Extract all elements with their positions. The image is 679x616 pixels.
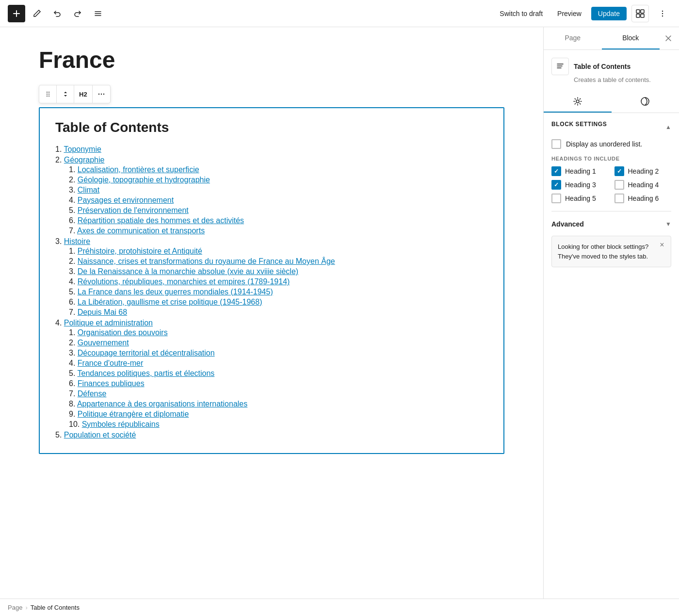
settings-panel-button[interactable] [631,5,649,22]
svg-rect-7 [636,14,640,17]
advanced-title: Advanced [551,220,584,228]
toc-sub-link[interactable]: France d'outre-mer [78,359,144,367]
redo-button[interactable] [69,5,86,22]
headings-section: HEADINGS TO INCLUDE ✓Heading 1✓Heading 2… [551,156,671,203]
block-name: Table of Contents [574,63,630,70]
toc-sub-link[interactable]: Depuis Mai 68 [78,308,127,316]
info-box: × Looking for other block settings? They… [551,236,671,267]
block-type-tag[interactable]: H2 [74,85,93,103]
toc-sub-link[interactable]: Révolutions, républiques, monarchies et … [78,277,290,286]
tab-page[interactable]: Page [544,27,602,49]
toc-link[interactable]: Histoire [64,237,90,245]
toc-sub-link[interactable]: Gouvernement [78,339,129,347]
toc-link[interactable]: Toponymie [64,145,101,153]
toc-sub-link[interactable]: De la Renaissance à la monarchie absolue… [78,267,298,276]
heading-checkbox-3[interactable]: ✓ [551,180,561,190]
preview-button[interactable]: Preview [552,7,586,20]
toc-sub-link[interactable]: La Libération, gaullisme et crise politi… [78,298,262,306]
heading-checkbox-2[interactable]: ✓ [614,166,624,176]
update-button[interactable]: Update [591,7,627,20]
page-title[interactable]: France [39,47,504,73]
toc-sublist: 1. Localisation, frontières et superfici… [55,165,488,235]
svg-point-26 [576,100,579,103]
toc-sub-link[interactable]: Symboles républicains [82,420,160,428]
style-tab-settings[interactable] [544,91,612,113]
svg-rect-6 [641,10,644,13]
info-box-close-button[interactable]: × [657,240,667,250]
toc-sub-link[interactable]: Découpage territorial et décentralisatio… [78,349,215,357]
breadcrumb-page[interactable]: Page [8,604,22,611]
block-toolbar: H2 [39,85,111,103]
toc-link[interactable]: Géographie [64,156,105,164]
main-area: France H2 [0,27,679,599]
heading-label-2: Heading 2 [628,167,659,175]
heading-item: ✓Heading 2 [614,166,672,176]
svg-rect-5 [636,10,640,13]
toc-sub-link[interactable]: La France dans les deux guerres mondiale… [78,288,273,296]
block-settings-header[interactable]: Block settings ▲ [551,121,671,133]
toc-sub-link[interactable]: Naissance, crises et transformations du … [78,257,335,265]
toc-sub-link[interactable]: Finances publiques [78,379,145,388]
svg-point-12 [47,92,48,93]
more-options-button[interactable] [654,5,671,22]
toc-subitem: 4. France d'outre-mer [69,359,488,368]
toc-link[interactable]: Population et société [64,431,136,439]
heading-label-4: Heading 4 [628,181,659,189]
svg-point-9 [662,10,663,11]
toc-sub-link[interactable]: Préhistoire, protohistoire et Antiquité [78,247,202,255]
edit-mode-button[interactable] [28,5,46,22]
toc-link[interactable]: Politique et administration [64,319,153,327]
toc-sub-link[interactable]: Appartenance à des organisations interna… [77,400,247,408]
style-tab-styles[interactable] [612,91,679,113]
heading-label-6: Heading 6 [628,195,659,202]
tab-block[interactable]: Block [602,27,660,49]
toc-sub-link[interactable]: Localisation, frontières et superficie [78,165,199,174]
headings-label: HEADINGS TO INCLUDE [551,156,671,162]
display-unordered-row: Display as unordered list. [551,139,671,149]
top-toolbar: Switch to draft Preview Update [0,0,679,27]
svg-point-16 [47,96,48,97]
toc-subitem: 7. Défense [69,389,488,398]
toc-subitem: 9. Politique étrangère et diplomatie [69,410,488,419]
breadcrumb: Page › Table of Contents [0,599,679,616]
svg-rect-8 [641,14,644,17]
heading-label-5: Heading 5 [565,195,596,202]
heading-checkbox-1[interactable]: ✓ [551,166,561,176]
toc-subitem: 7. Axes de communication et transports [69,227,488,235]
toolbar-left [8,5,107,22]
list-view-button[interactable] [89,5,107,22]
heading-checkbox-5[interactable] [551,194,561,203]
toc-sub-link[interactable]: Politique étrangère et diplomatie [78,410,189,418]
headings-grid: ✓Heading 1✓Heading 2✓Heading 3Heading 4H… [551,166,671,203]
block-more-button[interactable] [93,85,110,103]
toc-sub-link[interactable]: Géologie, topographie et hydrographie [78,176,210,184]
toc-subitem: 1. Localisation, frontières et superfici… [69,165,488,174]
sidebar-close-button[interactable] [660,30,677,47]
switch-to-draft-button[interactable]: Switch to draft [495,7,548,20]
undo-button[interactable] [48,5,66,22]
toc-sub-link[interactable]: Tendances politiques, partis et élection… [78,369,215,377]
display-unordered-checkbox[interactable] [551,139,561,149]
toc-subitem: 5. Tendances politiques, partis et élect… [69,369,488,378]
toc-sub-link[interactable]: Préservation de l'environnement [78,206,189,214]
toc-sub-link[interactable]: Climat [78,186,99,194]
add-block-button[interactable] [8,5,25,22]
heading-checkbox-4[interactable] [614,180,624,190]
toc-sub-link[interactable]: Axes de communication et transports [77,227,205,235]
info-box-text: Looking for other block settings? They'v… [558,243,648,260]
toc-sub-link[interactable]: Paysages et environnement [78,196,174,204]
heading-checkbox-6[interactable] [614,194,624,203]
sidebar-block-content: Table of Contents Creates a table of con… [544,50,679,275]
display-unordered-label: Display as unordered list. [566,140,642,148]
toc-subitem: 4. Paysages et environnement [69,196,488,205]
svg-point-18 [98,94,99,95]
toc-sub-link[interactable]: Répartition spatiale des hommes et des a… [78,216,244,225]
advanced-header[interactable]: Advanced ▼ [551,218,671,230]
toc-block: Table of Contents 1. Toponymie2. Géograp… [39,107,504,454]
svg-point-14 [47,94,48,95]
toc-sub-link[interactable]: Défense [78,389,107,398]
drag-handle-button[interactable] [39,85,57,103]
move-up-down-button[interactable] [57,85,74,103]
editor-area: France H2 [0,27,543,599]
toc-sub-link[interactable]: Organisation des pouvoirs [78,328,168,337]
